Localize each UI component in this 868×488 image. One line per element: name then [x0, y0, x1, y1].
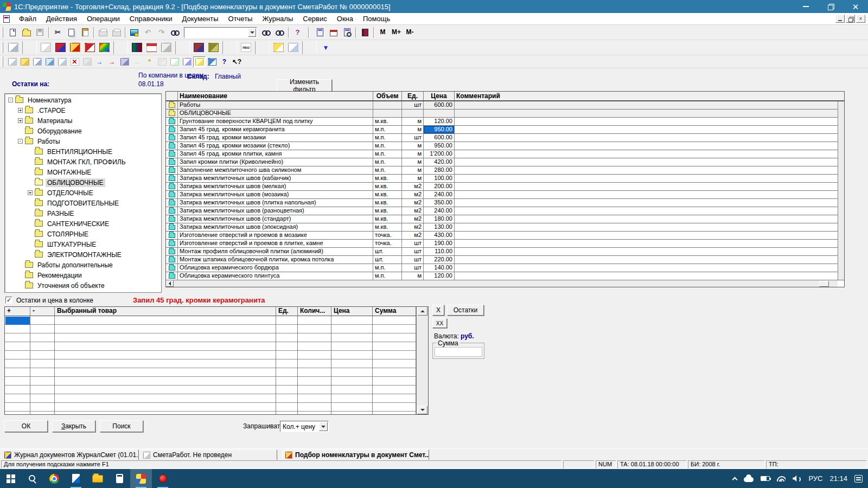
- tree-expander[interactable]: -: [8, 98, 13, 102]
- separator[interactable]: [93, 27, 94, 38]
- tab-journal-documents[interactable]: Журнал документов ЖурналСмет (01.01....: [1, 450, 139, 460]
- undo-button[interactable]: ↶: [141, 26, 155, 39]
- language-indicator[interactable]: РУС: [808, 474, 822, 483]
- calc-query-button[interactable]: [340, 26, 354, 39]
- tree-item[interactable]: ШТУКАТУРНЫЕ: [5, 239, 161, 249]
- separator[interactable]: [222, 41, 237, 54]
- horizontal-scrollbar[interactable]: [166, 280, 838, 287]
- report-table-icon[interactable]: [6, 41, 21, 54]
- move-out-icon[interactable]: →: [106, 56, 118, 67]
- counterparties-icon[interactable]: [53, 41, 68, 54]
- tree-item[interactable]: ЭЛЕКТРОМОНТАЖНЫЕ: [5, 249, 161, 260]
- snipping-app-icon[interactable]: [65, 469, 87, 488]
- close-dialog-button[interactable]: Закрыть: [52, 420, 95, 432]
- calculator-button[interactable]: [313, 26, 327, 39]
- memory-subtract-button[interactable]: М-: [403, 26, 417, 39]
- tree-expander[interactable]: +: [18, 118, 23, 123]
- memory-add-button[interactable]: М+: [390, 26, 403, 39]
- table-view-button[interactable]: [127, 26, 141, 39]
- vertical-scrollbar[interactable]: [838, 101, 844, 280]
- tree-item[interactable]: - Работы: [5, 136, 161, 146]
- write-doc-icon[interactable]: [68, 41, 82, 54]
- file-explorer-icon[interactable]: [87, 469, 108, 488]
- separator[interactable]: [113, 41, 128, 54]
- tree-item[interactable]: РАЗНЫЕ: [5, 208, 161, 219]
- combo-dropdown-button[interactable]: [319, 422, 328, 431]
- calendar-button[interactable]: [327, 26, 340, 39]
- tree-item[interactable]: Рекомендации: [5, 270, 161, 280]
- table-row[interactable]: Работы шт 600.00: [166, 101, 844, 110]
- calculator-app-icon[interactable]: [108, 469, 130, 488]
- save-button[interactable]: [33, 26, 47, 39]
- guide-book-button[interactable]: [358, 26, 372, 39]
- table-row[interactable]: Монтаж штапика облицовочной плитки, кром…: [166, 256, 844, 264]
- column-header[interactable]: Выбранный товар: [55, 307, 276, 316]
- search-button[interactable]: Поиск: [100, 420, 143, 432]
- separator[interactable]: [255, 41, 270, 54]
- combo-dropdown-button[interactable]: [248, 28, 256, 37]
- tree-expander[interactable]: +: [18, 108, 23, 113]
- clear-row-button[interactable]: Х: [432, 305, 444, 316]
- tree-item[interactable]: МОНТАЖ ГКЛ, ПРОФИЛЬ: [5, 157, 161, 167]
- icon-column-header[interactable]: [166, 92, 178, 100]
- separator[interactable]: [48, 27, 49, 38]
- tree-item[interactable]: ПОДГОТОВИТЕЛЬНЫЕ: [5, 198, 161, 208]
- vertical-scrollbar[interactable]: [416, 307, 428, 414]
- tree-item[interactable]: + Материалы: [5, 115, 161, 126]
- warehouse-folder-icon[interactable]: [206, 41, 221, 54]
- recorder-app-icon[interactable]: [152, 469, 174, 488]
- scroll-left-button[interactable]: [166, 280, 174, 287]
- new-group-icon[interactable]: [18, 56, 31, 67]
- column-header[interactable]: -: [30, 307, 55, 316]
- table-row[interactable]: Запил 45 град. кромки плитки, камня м.п.…: [166, 150, 844, 158]
- table-row[interactable]: Запил кромки плитки (Криволинейно) м.п. …: [166, 158, 844, 166]
- quick-search-combo[interactable]: [184, 27, 257, 38]
- separator[interactable]: [22, 41, 37, 54]
- paste-button[interactable]: [78, 26, 92, 39]
- mdi-minimize-button[interactable]: [835, 15, 845, 23]
- cash-register-icon[interactable]: [82, 41, 97, 54]
- delete-row-icon[interactable]: ✕: [68, 56, 81, 67]
- find-button[interactable]: [168, 26, 182, 39]
- table-settings-icon[interactable]: [206, 56, 218, 67]
- tree-expander[interactable]: +: [28, 190, 33, 195]
- separator[interactable]: [308, 27, 309, 38]
- table-row[interactable]: Грунтование поверхности КВАРЦЕМ под плит…: [166, 118, 844, 126]
- onedrive-cloud-icon[interactable]: [744, 477, 754, 482]
- chevron-up-icon[interactable]: [732, 477, 738, 482]
- table-row[interactable]: ОБЛИЦОВОЧНЫЕ: [166, 110, 844, 118]
- edit-row-icon[interactable]: [31, 56, 43, 67]
- table-row[interactable]: Монтаж профиля облицовочной плитки (алюм…: [166, 248, 844, 256]
- tree-item[interactable]: Оборудование: [5, 126, 161, 136]
- menu-references[interactable]: Справочники: [125, 14, 177, 24]
- tab-smeta-rabot[interactable]: СметаРабот. Не проведен: [140, 450, 277, 460]
- table-row[interactable]: Затирка межплиточных швов (мелкая) м.кв.…: [166, 183, 844, 191]
- table-row[interactable]: Заполнение межплиточного шва силиконом м…: [166, 166, 844, 175]
- menu-actions[interactable]: Действия: [41, 14, 82, 24]
- menu-service[interactable]: Сервис: [298, 14, 332, 24]
- cut-button[interactable]: ✂: [51, 26, 65, 39]
- price-column-header[interactable]: Цена: [424, 92, 455, 100]
- ostatki-button[interactable]: Остатки: [447, 305, 484, 316]
- tree-item[interactable]: Уточнения об объекте: [5, 280, 161, 291]
- new-row-icon[interactable]: [6, 56, 18, 67]
- column-header[interactable]: Сумма: [373, 307, 416, 316]
- volume-column-header[interactable]: Объем: [373, 92, 402, 100]
- toolbar-grip[interactable]: [2, 42, 3, 53]
- copy-button[interactable]: [65, 26, 78, 39]
- menu-journals[interactable]: Журналы: [257, 14, 298, 24]
- view-row-icon[interactable]: [43, 56, 56, 67]
- doc-check-icon[interactable]: [168, 56, 181, 67]
- scroll-down-button[interactable]: [417, 406, 427, 414]
- tree-item[interactable]: ОБЛИЦОВОЧНЫЕ: [5, 177, 161, 188]
- scrollbar-thumb[interactable]: [819, 281, 829, 287]
- scroll-up-button[interactable]: [417, 307, 427, 316]
- column-header[interactable]: Цена: [331, 307, 373, 316]
- print-preview-button[interactable]: [110, 26, 123, 39]
- tree-item[interactable]: + ОТДЕЛОЧНЫЕ: [5, 188, 161, 198]
- separator[interactable]: [355, 27, 356, 38]
- child-window-icon[interactable]: [3, 15, 10, 23]
- start-button[interactable]: [0, 469, 22, 488]
- open-button[interactable]: [20, 26, 33, 39]
- selected-cell[interactable]: [5, 317, 30, 325]
